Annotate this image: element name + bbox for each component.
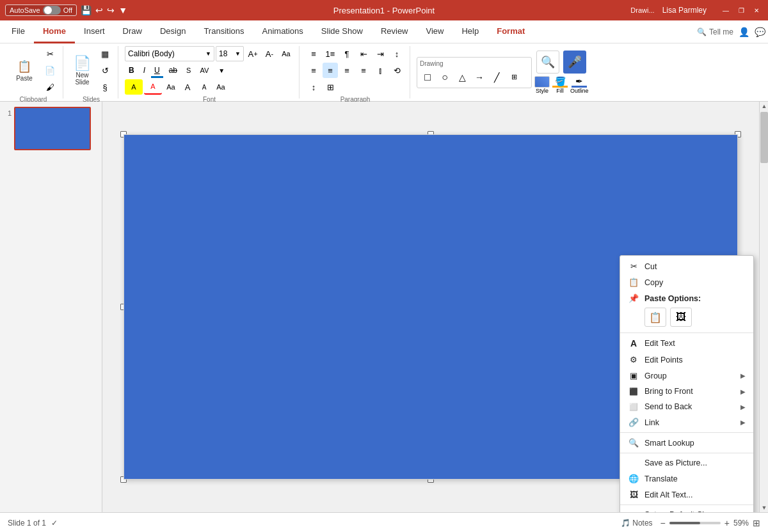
tab-help[interactable]: Help: [452, 20, 488, 43]
reset-button[interactable]: ↺: [97, 63, 113, 78]
shape-fill-button[interactable]: 🪣 Fill: [552, 76, 568, 94]
aa-button[interactable]: Aa: [163, 79, 179, 95]
shape-oval[interactable]: ○: [437, 70, 452, 85]
save-icon[interactable]: 💾: [81, 5, 92, 15]
paste-btn-2[interactable]: 🖼: [670, 308, 692, 327]
format-painter-button[interactable]: 🖌: [42, 79, 58, 95]
layout-button[interactable]: ▦: [97, 46, 113, 61]
zoom-out-button[interactable]: −: [660, 518, 666, 528]
notes-button[interactable]: 🎵 Notes: [621, 519, 653, 528]
zoom-slider[interactable]: [669, 522, 721, 524]
rtl-button[interactable]: ↕: [389, 46, 404, 61]
autosave-badge[interactable]: AutoSave Off: [5, 4, 77, 16]
highlight-button[interactable]: A: [125, 79, 143, 95]
tab-file[interactable]: File: [3, 20, 34, 43]
fit-button[interactable]: ⊞: [753, 518, 760, 528]
font-color-button[interactable]: A: [144, 79, 162, 95]
context-menu-set-default[interactable]: Set as Default Shape: [620, 507, 753, 512]
tab-draw[interactable]: Draw: [114, 20, 151, 43]
shape-arrow[interactable]: →: [472, 70, 487, 85]
multilevel-button[interactable]: ¶: [339, 46, 355, 61]
canvas-area[interactable]: ✂ Cut 📋 Copy 📌 Paste Options: 📋 🖼 A: [102, 102, 759, 512]
paste-button[interactable]: 📋 Paste: [9, 51, 40, 90]
tell-me[interactable]: 🔍 Tell me: [697, 27, 733, 36]
tab-format[interactable]: Format: [488, 20, 534, 43]
minimize-button[interactable]: —: [719, 4, 732, 17]
font-name-selector[interactable]: Calibri (Body) ▼: [125, 46, 214, 61]
context-menu-bring-to-front[interactable]: ⬛ Bring to Front ▶: [620, 384, 753, 399]
line-spacing[interactable]: ↕: [306, 79, 321, 95]
context-menu-translate[interactable]: 🌐 Translate: [620, 471, 753, 487]
restore-button[interactable]: ❐: [735, 4, 748, 17]
search-shapes-button[interactable]: 🔍: [536, 51, 559, 74]
clear-format-button[interactable]: Aa: [278, 46, 294, 61]
char-spacing-button[interactable]: ▼: [214, 63, 229, 78]
paste-btn-1[interactable]: 📋: [644, 308, 666, 327]
shape-style-button[interactable]: Style: [534, 76, 550, 94]
shadow-button[interactable]: S: [182, 63, 195, 77]
context-menu-edit-text[interactable]: A Edit Text: [620, 335, 753, 352]
spacing-button[interactable]: AV: [196, 63, 212, 77]
tab-review[interactable]: Review: [372, 20, 417, 43]
tab-slide-show[interactable]: Slide Show: [312, 20, 372, 43]
change-case[interactable]: Aa: [213, 79, 228, 95]
increase-font-button[interactable]: A+: [245, 46, 260, 61]
redo-icon[interactable]: ↪: [107, 5, 115, 15]
close-button[interactable]: ✕: [750, 4, 763, 17]
customize-icon[interactable]: ▼: [118, 5, 127, 15]
align-right[interactable]: ≡: [339, 63, 355, 78]
zoom-in-button[interactable]: +: [724, 518, 730, 528]
shape-rect[interactable]: □: [420, 70, 435, 85]
arrange-button[interactable]: ⊞: [506, 70, 522, 85]
context-menu-edit-points[interactable]: ⚙ Edit Points: [620, 352, 753, 368]
tab-view[interactable]: View: [417, 20, 453, 43]
context-menu-save-as-picture[interactable]: Save as Picture...: [620, 455, 753, 471]
section-button[interactable]: §: [97, 79, 113, 95]
numbering-button[interactable]: 1≡: [323, 46, 338, 61]
new-slide-button[interactable]: 📄 NewSlide: [70, 51, 95, 90]
scroll-down-button[interactable]: ▼: [760, 503, 768, 512]
decrease-font-button[interactable]: A-: [262, 46, 277, 61]
text-direction[interactable]: ⟲: [389, 63, 404, 78]
indent-increase[interactable]: ⇥: [372, 46, 388, 61]
share-icon[interactable]: 👤: [739, 27, 749, 37]
shape-triangle[interactable]: △: [454, 70, 470, 85]
tab-transitions[interactable]: Transitions: [195, 20, 253, 43]
shape-line[interactable]: ╱: [489, 70, 504, 85]
context-menu-edit-alt-text[interactable]: 🖼 Edit Alt Text...: [620, 487, 753, 503]
dictate-button[interactable]: 🎤: [563, 51, 586, 74]
indent-decrease[interactable]: ⇤: [356, 46, 371, 61]
underline-button[interactable]: U: [150, 63, 164, 77]
undo-icon[interactable]: ↩: [95, 5, 103, 15]
tab-insert[interactable]: Insert: [75, 20, 114, 43]
copy-button[interactable]: 📄: [42, 63, 58, 78]
slide-thumbnail[interactable]: [14, 107, 91, 150]
align-left[interactable]: ≡: [306, 63, 321, 78]
comment-icon[interactable]: 💬: [755, 27, 765, 37]
scroll-up-button[interactable]: ▲: [760, 102, 768, 111]
context-menu-copy[interactable]: 📋 Copy: [620, 274, 753, 290]
context-menu-group[interactable]: ▣ Group ▶: [620, 368, 753, 384]
shrink-font[interactable]: A: [196, 79, 212, 95]
tab-design[interactable]: Design: [151, 20, 195, 43]
bullets-button[interactable]: ≡: [306, 46, 321, 61]
shape-outline-button[interactable]: ✒ Outline: [570, 76, 589, 94]
grow-font[interactable]: A: [180, 79, 195, 95]
context-menu-link[interactable]: 🔗 Link ▶: [620, 414, 753, 430]
align-center[interactable]: ≡: [323, 63, 338, 78]
scroll-thumb[interactable]: [760, 112, 768, 163]
bold-button[interactable]: B: [125, 63, 138, 77]
context-menu-send-to-back[interactable]: ⬜ Send to Back ▶: [620, 399, 753, 414]
context-menu-cut[interactable]: ✂ Cut: [620, 258, 753, 274]
justify[interactable]: ≡: [356, 63, 371, 78]
italic-button[interactable]: I: [140, 63, 149, 77]
autosave-toggle[interactable]: [43, 6, 61, 15]
tab-animations[interactable]: Animations: [253, 20, 312, 43]
cut-button[interactable]: ✂: [42, 46, 58, 61]
context-menu-smart-lookup[interactable]: 🔍 Smart Lookup: [620, 435, 753, 451]
tab-home[interactable]: Home: [34, 20, 75, 43]
smartart-button[interactable]: ⊞: [323, 79, 338, 95]
font-size-selector[interactable]: 18 ▼: [216, 46, 244, 61]
strikethrough-button[interactable]: ab: [165, 63, 181, 77]
columns-button[interactable]: ⫿: [372, 63, 388, 78]
